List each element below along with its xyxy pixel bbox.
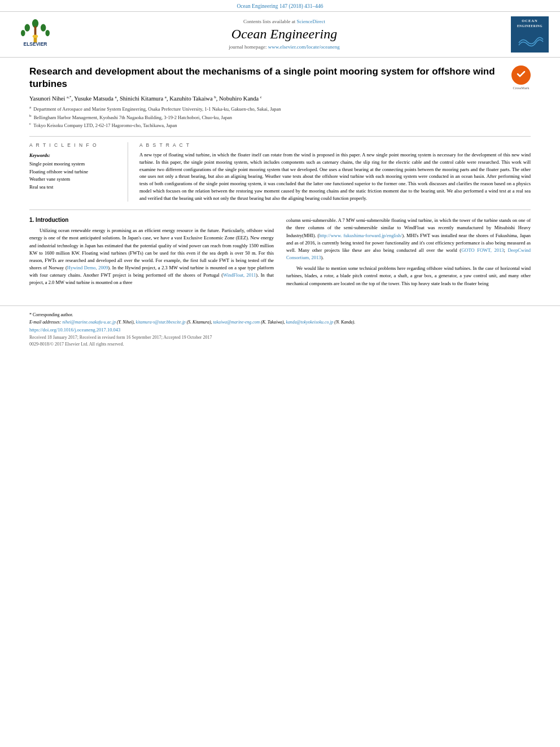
footer: * Corresponding author. E-mail addresses…: [0, 305, 560, 350]
author-kitamura: Shinichi Kitamura a,: [120, 95, 169, 102]
crossmark-icon: [511, 65, 531, 85]
introduction-text-right: column semi-submersible. A 7 MW semi-sub…: [286, 217, 531, 287]
email-kitamura[interactable]: kitamura-s@star.bbexcite.jp: [136, 320, 186, 325]
svg-point-4: [21, 30, 25, 36]
email-kanda[interactable]: kanda@tokyokeisoku.co.jp: [286, 320, 334, 325]
body-col-left: 1. Introduction Utilizing ocean renewabl…: [29, 217, 274, 291]
keyword-1: Single point mooring system: [29, 160, 120, 168]
abstract-text: A new type of floating wind turbine, in …: [139, 151, 531, 202]
affiliation-a: a Department of Aerospace and Marine Sys…: [29, 104, 531, 113]
article-info-abstract: A R T I C L E I N F O Keywords: Single p…: [29, 136, 531, 202]
crossmark-label: CrossMark: [513, 86, 530, 90]
keyword-3: Weather vane system: [29, 176, 120, 184]
goto-fowt-link[interactable]: GOTO FOWT, 2013: [461, 247, 504, 253]
email-addresses: E-mail addresses: nihei@marine.osakafu-u…: [29, 320, 531, 325]
svg-point-5: [45, 30, 50, 36]
doi-link[interactable]: https://doi.org/10.1016/j.oceaneng.2017.…: [29, 327, 120, 333]
author-nihei: Yasunori Nihei a,*,: [29, 95, 74, 102]
svg-text:ELSEVIER: ELSEVIER: [23, 42, 47, 47]
email-nihei[interactable]: nihei@marine.osakafu-u.ac.jp: [62, 320, 116, 325]
received-dates: Received 18 January 2017; Received in re…: [29, 335, 531, 340]
journal-reference-bar: Ocean Engineering 147 (2018) 431–446: [0, 0, 560, 11]
mhi-link[interactable]: http://www. fukushima-forward.jp/english…: [319, 233, 402, 238]
doi-line: https://doi.org/10.1016/j.oceaneng.2017.…: [29, 327, 531, 333]
journal-reference: Ocean Engineering 147 (2018) 431–446: [237, 3, 323, 9]
crossmark-badge: CrossMark: [511, 65, 531, 90]
author-kanda: Nobuhiro Kanda c: [219, 95, 262, 102]
keywords-list: Single point mooring system Floating off…: [29, 160, 120, 191]
journal-header-center: Contents lists available at ScienceDirec…: [62, 19, 506, 50]
article-info-title: A R T I C L E I N F O: [29, 142, 120, 148]
journal-title: Ocean Engineering: [62, 27, 506, 42]
section-divider: [29, 209, 531, 210]
affiliation-b: b Bellingham Harbor Management, Kyobashi…: [29, 113, 531, 121]
journal-logo: OCEAN ENGINEERING: [506, 16, 549, 53]
homepage-line: journal homepage: www.elsevier.com/locat…: [62, 44, 506, 50]
hywind-link[interactable]: Hywind Demo, 2009: [67, 265, 108, 270]
svg-point-3: [41, 24, 46, 32]
svg-point-2: [25, 24, 30, 32]
abstract-title: A B S T R A C T: [139, 142, 531, 148]
page: Ocean Engineering 147 (2018) 431–446: [0, 0, 560, 747]
article-info-panel: A R T I C L E I N F O Keywords: Single p…: [29, 142, 128, 202]
elsevier-logo: ELSEVIER: [11, 18, 62, 50]
main-content: Research and development about the mecha…: [0, 58, 560, 296]
body-col-right: column semi-submersible. A 7 MW semi-sub…: [286, 217, 531, 291]
article-title: Research and development about the mecha…: [29, 65, 511, 90]
article-title-section: Research and development about the mecha…: [29, 65, 531, 90]
email-takaiwa[interactable]: takaiwa@marine-eng.com: [213, 320, 260, 325]
journal-header: ELSEVIER Contents lists available at Sci…: [0, 11, 560, 58]
keywords-label: Keywords:: [29, 152, 120, 158]
journal-logo-box: OCEAN ENGINEERING: [511, 16, 549, 53]
sciencedirect-link[interactable]: ScienceDirect: [297, 19, 325, 24]
corresponding-author-note: * Corresponding author.: [29, 312, 531, 318]
svg-point-8: [33, 35, 38, 38]
affiliations: a Department of Aerospace and Marine Sys…: [29, 104, 531, 129]
introduction-heading: 1. Introduction: [29, 217, 274, 223]
abstract-panel: A B S T R A C T A new type of floating w…: [139, 142, 531, 202]
contents-available-line: Contents lists available at ScienceDirec…: [62, 19, 506, 24]
windfloat-link[interactable]: WindFloat, 2011: [223, 272, 256, 278]
keyword-2: Floating offshore wind turbine: [29, 168, 120, 176]
introduction-text-left: Utilizing ocean renewable energy is prom…: [29, 227, 274, 286]
author-matsuda: Yusuke Matsuda a,: [74, 95, 120, 102]
affiliation-c: c Tokyo Keisoku Company LTD, 2-62-17 Hag…: [29, 121, 531, 129]
keyword-4: Real sea test: [29, 184, 120, 191]
copyright: 0029-8018/© 2017 Elsevier Ltd. All right…: [29, 342, 531, 347]
author-takaiwa: Kazuhito Takaiwa b,: [169, 95, 219, 102]
homepage-url[interactable]: www.elsevier.com/locate/oceaneng: [268, 44, 340, 50]
body-content: 1. Introduction Utilizing ocean renewabl…: [29, 217, 531, 291]
authors-line: Yasunori Nihei a,*, Yusuke Matsuda a, Sh…: [29, 95, 531, 102]
